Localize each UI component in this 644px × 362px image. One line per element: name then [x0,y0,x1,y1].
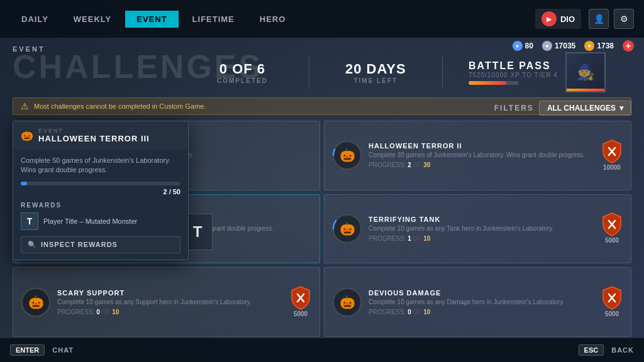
reward-icon [601,140,623,163]
completed-label: COMPLETED [186,77,299,84]
popup-reward-icon-box: T [21,212,38,230]
popup-pumpkin-icon: 🎃 [21,129,33,141]
warning-icon: ⚠ [21,101,29,111]
challenge-progress: PROGRESS: 0 OF 10 [369,309,594,315]
top-icons: 👤 ⚙ [589,9,634,29]
battle-pass-info: BATTLE PASS 7520/10000 XP TO TIER 4 [469,60,558,85]
svg-point-2 [333,141,361,169]
reward-value: 5000 [294,310,308,317]
popup-title: HALLOWEEN TERROR III [38,134,150,143]
reward-value: 5000 [605,310,619,317]
popup-progress-text: 2 / 50 [21,188,180,195]
settings-button[interactable]: ⚙ [614,9,634,29]
currency-gold-icon: ● [584,41,594,51]
svg-point-8 [333,215,361,243]
svg-point-12 [22,288,50,316]
challenge-reward: 5000 [601,213,623,244]
currency-blue-value: 80 [525,41,533,50]
reward-icon [601,213,623,236]
user-logo-icon: ▶ [541,11,557,26]
inspect-label: INSPECT REWARDS [41,241,118,248]
completed-value: 0 OF 6 [186,61,299,77]
popup-header: 🎃 EVENT HALLOWEEN TERROR III [13,121,188,150]
challenge-progress: PROGRESS: 0 OF 10 [57,309,283,315]
time-stat: 20 DAYS TIME LEFT [309,56,443,89]
top-right-area: ▶ DIO 👤 ⚙ [535,9,634,29]
challenge-name: DEVIOUS DAMAGE [369,289,594,297]
battle-pass-stat: BATTLE PASS 7520/10000 XP TO TIER 4 🧙 [443,47,631,97]
challenge-progress: PROGRESS: 2 OF 30 [369,162,594,168]
currency-bar: ♦ 80 ● 17035 ● 1738 + [513,38,634,54]
bottom-bar: ENTER CHAT ESC BACK [0,338,644,362]
battle-pass-image: 🧙 [565,52,606,92]
time-value: 20 DAYS [319,61,432,77]
reward-icon [601,287,623,309]
currency-silver-value: 17035 [555,41,575,50]
challenge-name: HALLOWEEN TERROR II [369,142,594,150]
add-currency-button[interactable]: + [623,40,634,52]
bottom-right: ESC BACK [579,344,634,356]
tab-event[interactable]: EVENT [125,11,178,28]
reward-value: 10000 [603,164,621,171]
challenge-reward: 5000 [601,287,623,317]
inspect-rewards-button[interactable]: 🔍 INSPECT REWARDS [21,236,180,253]
filters-dropdown[interactable]: ALL CHALLENGES ▾ [539,101,631,116]
popup-progress-bar [21,182,180,185]
battle-pass-sub: 7520/10000 XP TO TIER 4 [469,72,558,79]
challenge-desc: Complete 10 games as any Support hero in… [57,298,283,306]
stats-bar: 0 OF 6 COMPLETED 20 DAYS TIME LEFT BATTL… [176,50,631,94]
challenge-content: HALLOWEEN TERROR II Complete 30 games of… [369,142,594,168]
warning-text: Most challenges cannot be completed in C… [34,102,206,110]
popup-event-label: EVENT [38,128,150,134]
challenge-name: SCARY SUPPORT [57,289,283,297]
challenge-popup: 🎃 EVENT HALLOWEEN TERROR III Complete 50… [13,121,189,260]
time-label: TIME LEFT [319,77,432,84]
challenge-desc: Complete 10 games as any Damage hero in … [369,298,594,306]
esc-label: BACK [611,346,634,354]
challenge-card-right-1[interactable]: 🎃 HALLOWEEN TERROR II Complete 30 games … [324,121,631,190]
tab-daily[interactable]: DAILY [10,11,60,28]
battle-pass-title: BATTLE PASS [469,60,558,72]
chevron-down-icon: ▾ [619,104,623,112]
challenge-icon-wrap: 🎃 [332,214,362,244]
currency-blue-item: ♦ 80 [513,41,533,51]
challenge-reward: 10000 [601,140,623,171]
challenge-card-right-2[interactable]: 🎃 TERRIFYING TANK Complete 10 games as a… [324,194,631,264]
user-info: ▶ DIO [535,9,581,29]
currency-silver-icon: ● [542,41,552,51]
enter-key: ENTER [10,344,45,356]
filters-bar: FILTERS ALL CHALLENGES ▾ [494,101,631,116]
challenge-name: TERRIFYING TANK [369,216,594,223]
challenge-icon-wrap: 🎃 [332,140,362,170]
challenge-desc: Complete 30 games of Junkenstein's Labor… [369,151,594,159]
challenge-card-right-3[interactable]: 🎃 DEVIOUS DAMAGE Complete 10 games as an… [324,267,631,337]
currency-blue-icon: ♦ [513,41,523,51]
popup-rewards-label: REWARDS [21,202,180,209]
popup-desc: Complete 50 games of Junkenstein's Labor… [21,156,180,175]
filters-value: ALL CHALLENGES [547,104,616,112]
tab-weekly[interactable]: WEEKLY [62,11,123,28]
challenge-content: TERRIFYING TANK Complete 10 games as any… [369,216,594,242]
popup-progress-fill [21,182,27,185]
completed-stat: 0 OF 6 COMPLETED [176,56,309,89]
popup-reward-name: Player Title – Mutated Monster [43,217,137,225]
username: DIO [560,14,575,24]
challenge-card-left-3[interactable]: 🎃 SCARY SUPPORT Complete 10 games as any… [13,267,320,337]
challenge-desc: Complete 10 games as any Tank hero in Ju… [369,224,594,233]
popup-body: Complete 50 games of Junkenstein's Labor… [13,150,188,260]
popup-reward-item: T Player Title – Mutated Monster [21,212,180,230]
svg-point-16 [333,288,361,316]
reward-icon [289,287,312,309]
esc-key: ESC [579,344,604,356]
challenge-icon-wrap: 🎃 [332,287,362,317]
social-button[interactable]: 👤 [589,9,609,29]
tab-lifetime[interactable]: LIFETIME [181,11,246,28]
bottom-left: ENTER CHAT [10,344,74,356]
currency-gold-item: ● 1738 [584,41,614,51]
tab-hero[interactable]: HERO [248,11,297,28]
battle-pass-fill [469,81,506,85]
challenge-icon-wrap: 🎃 [21,287,51,317]
currency-gold-value: 1738 [597,41,614,50]
top-bar: DAILY WEEKLY EVENT LIFETIME HERO ▶ DIO 👤… [0,0,644,38]
battle-pass-bar [469,81,519,85]
